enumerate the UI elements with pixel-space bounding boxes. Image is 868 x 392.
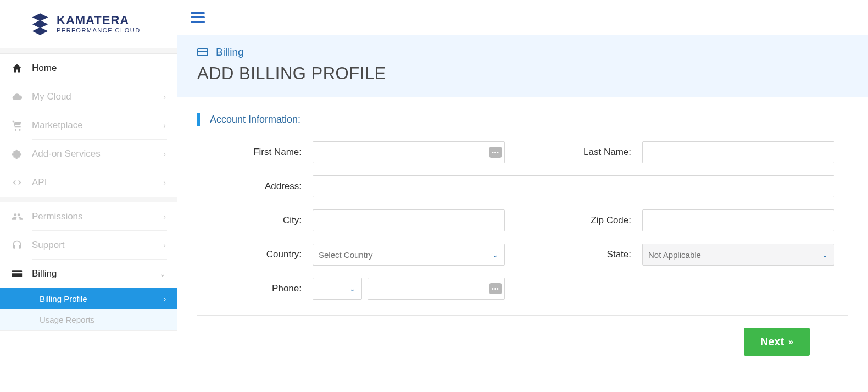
svg-marker-2 xyxy=(32,27,48,35)
chevron-right-icon: › xyxy=(163,121,166,130)
brand-title: KAMATERA xyxy=(57,14,141,26)
first-name-input[interactable] xyxy=(313,141,505,163)
sidebar-item-billing[interactable]: Billing ⌄ xyxy=(0,260,177,288)
sidebar-item-api[interactable]: API › xyxy=(0,168,177,197)
svg-marker-1 xyxy=(32,20,48,27)
state-label: State: xyxy=(505,249,642,260)
code-icon xyxy=(10,177,24,188)
breadcrumb[interactable]: Billing xyxy=(197,46,848,58)
sidebar-sub-label: Billing Profile xyxy=(40,294,87,303)
address-label: Address: xyxy=(203,181,313,192)
sidebar-item-marketplace[interactable]: Marketplace › xyxy=(0,111,177,140)
sidebar-item-label: API xyxy=(32,177,163,188)
country-select[interactable] xyxy=(313,244,505,266)
sidebar-sub-billing-profile[interactable]: Billing Profile › xyxy=(0,288,177,309)
svg-marker-0 xyxy=(32,13,48,21)
autofill-icon[interactable]: ••• xyxy=(489,283,502,294)
card-icon xyxy=(10,268,24,279)
state-select xyxy=(642,244,834,266)
country-label: Country: xyxy=(203,249,313,260)
chevron-right-icon: › xyxy=(163,178,166,187)
city-input[interactable] xyxy=(313,209,505,231)
city-label: City: xyxy=(203,215,313,226)
page-title: ADD BILLING PROFILE xyxy=(197,64,848,84)
headset-icon xyxy=(10,240,24,251)
sidebar-item-label: Billing xyxy=(32,268,159,279)
last-name-label: Last Name: xyxy=(505,147,642,158)
divider xyxy=(197,315,848,316)
chevron-down-icon: ⌄ xyxy=(159,269,166,278)
sidebar-item-label: My Cloud xyxy=(32,91,163,102)
next-button[interactable]: Next » xyxy=(744,328,810,356)
sidebar-item-label: Add-on Services xyxy=(32,148,163,159)
sidebar-item-home[interactable]: Home xyxy=(0,54,177,82)
sidebar-item-mycloud[interactable]: My Cloud › xyxy=(0,82,177,111)
chevron-right-icon: › xyxy=(163,212,166,221)
chevron-right-icon: › xyxy=(163,92,166,101)
cart-icon xyxy=(10,120,24,131)
address-input[interactable] xyxy=(313,175,834,197)
main-content: Billing ADD BILLING PROFILE Account Info… xyxy=(177,0,868,392)
sidebar-item-support[interactable]: Support › xyxy=(0,231,177,260)
breadcrumb-label: Billing xyxy=(216,46,244,58)
cloud-icon xyxy=(10,91,24,102)
autofill-icon[interactable]: ••• xyxy=(489,147,502,158)
users-icon xyxy=(10,211,24,222)
arrow-right-icon: » xyxy=(788,337,793,347)
puzzle-icon xyxy=(10,148,24,159)
phone-number-input[interactable] xyxy=(368,278,505,300)
chevron-right-icon: › xyxy=(164,295,166,303)
sidebar-item-label: Marketplace xyxy=(32,120,163,131)
sidebar-item-permissions[interactable]: Permissions › xyxy=(0,202,177,231)
section-title: Account Information: xyxy=(197,113,848,126)
chevron-right-icon: › xyxy=(163,241,166,250)
page-header: Billing ADD BILLING PROFILE xyxy=(177,35,868,97)
billing-submenu: Billing Profile › Usage Reports xyxy=(0,288,177,330)
phone-label: Phone: xyxy=(203,283,313,294)
chevron-right-icon: › xyxy=(163,150,166,158)
first-name-label: First Name: xyxy=(203,147,313,158)
sidebar-sub-label: Usage Reports xyxy=(40,315,94,324)
sidebar-item-addon[interactable]: Add-on Services › xyxy=(0,140,177,168)
card-icon xyxy=(197,48,208,56)
sidebar-item-label: Support xyxy=(32,240,163,251)
home-icon xyxy=(10,63,24,74)
sidebar-item-label: Home xyxy=(32,63,166,74)
zip-label: Zip Code: xyxy=(505,215,642,226)
phone-country-code-select[interactable] xyxy=(313,278,362,300)
logo-icon xyxy=(30,13,50,35)
topbar xyxy=(177,0,868,35)
brand-logo[interactable]: KAMATERA PERFORMANCE CLOUD xyxy=(0,0,177,48)
sidebar-sub-usage-reports[interactable]: Usage Reports xyxy=(0,309,177,330)
zip-input[interactable] xyxy=(642,209,834,231)
brand-subtitle: PERFORMANCE CLOUD xyxy=(57,27,141,34)
menu-toggle-button[interactable] xyxy=(191,12,205,23)
sidebar: KAMATERA PERFORMANCE CLOUD Home My Cloud… xyxy=(0,0,177,392)
last-name-input[interactable] xyxy=(642,141,834,163)
sidebar-item-label: Permissions xyxy=(32,211,163,222)
